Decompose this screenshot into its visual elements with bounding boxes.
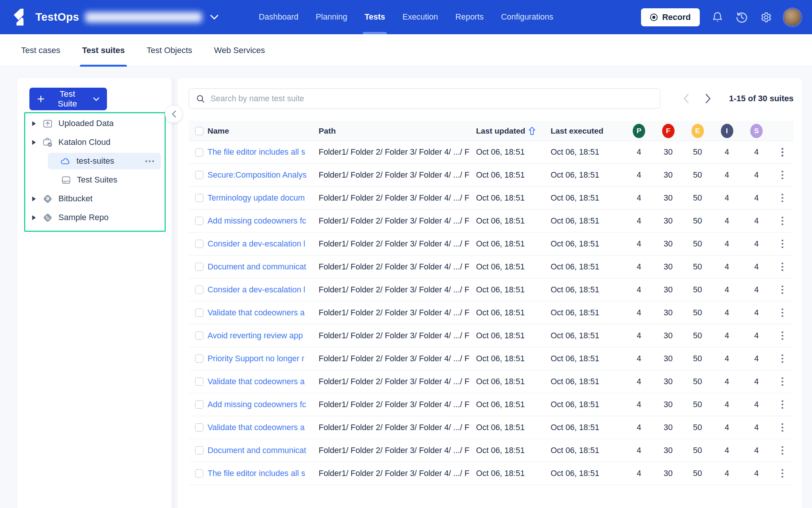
pagination-next-icon[interactable] — [705, 93, 711, 104]
table-row[interactable]: Validate that codeowners a Folder1/ Fold… — [189, 370, 794, 393]
row-checkbox[interactable] — [195, 354, 203, 363]
row-checkbox[interactable] — [195, 217, 203, 225]
tab-test-suites[interactable]: Test suites — [82, 34, 125, 67]
suite-name-link[interactable]: Avoid reverting review app — [208, 331, 303, 340]
row-menu-icon[interactable] — [779, 444, 786, 457]
row-checkbox[interactable] — [195, 171, 203, 179]
caret-right-icon[interactable] — [32, 121, 37, 126]
row-menu-icon[interactable] — [779, 306, 786, 319]
table-row[interactable]: Document and communicat Folder1/ Folder … — [189, 256, 794, 278]
row-menu-icon[interactable] — [779, 352, 786, 365]
row-menu-icon[interactable] — [779, 329, 786, 342]
caret-right-icon[interactable] — [32, 196, 37, 202]
row-checkbox[interactable] — [195, 377, 203, 386]
suite-name-link[interactable]: The file editor includes all s — [208, 148, 305, 157]
suite-name-link[interactable]: Validate that codeowners a — [208, 423, 305, 432]
row-checkbox[interactable] — [195, 148, 203, 157]
nav-configurations[interactable]: Configurations — [501, 0, 553, 34]
table-row[interactable]: Document and communicat Folder1/ Folder … — [189, 439, 794, 462]
nav-planning[interactable]: Planning — [316, 0, 347, 34]
row-menu-icon[interactable] — [779, 192, 786, 205]
row-menu-icon[interactable] — [779, 375, 786, 388]
table-row[interactable]: Validate that codeowners a Folder1/ Fold… — [189, 301, 794, 324]
tree-item-katalon-cloud[interactable]: Katalon Cloud — [25, 133, 165, 152]
row-checkbox[interactable] — [195, 309, 203, 317]
suite-name-link[interactable]: Secure:Composition Analys — [208, 170, 307, 179]
sort-ascending-icon[interactable] — [528, 126, 536, 135]
suite-name-link[interactable]: Document and communicat — [208, 446, 306, 455]
tab-test-objects[interactable]: Test Objects — [147, 34, 192, 67]
row-menu-icon[interactable] — [779, 146, 786, 159]
table-row[interactable]: The file editor includes all s Folder1/ … — [189, 141, 794, 164]
row-checkbox[interactable] — [195, 240, 203, 248]
nav-execution[interactable]: Execution — [403, 0, 438, 34]
column-name[interactable]: Name — [208, 126, 319, 135]
tab-test-cases[interactable]: Test cases — [21, 34, 60, 67]
tree-item-test-suites[interactable]: Test Suites — [25, 170, 165, 189]
row-checkbox[interactable] — [195, 194, 203, 202]
caret-right-icon[interactable] — [32, 215, 37, 221]
row-menu-icon[interactable] — [779, 169, 786, 182]
search-input[interactable] — [211, 94, 653, 103]
row-menu-icon[interactable] — [779, 467, 786, 480]
user-avatar[interactable] — [783, 8, 801, 26]
table-row[interactable]: Add missing codeowners fc Folder1/ Folde… — [189, 393, 794, 416]
table-row[interactable]: Priority Support no longer r Folder1/ Fo… — [189, 347, 794, 370]
suite-name-link[interactable]: Consider a dev-escalation l — [208, 285, 305, 294]
row-menu-icon[interactable] — [779, 260, 786, 274]
row-menu-icon[interactable] — [779, 283, 786, 297]
notifications-bell-icon[interactable] — [711, 11, 724, 24]
row-menu-icon[interactable] — [779, 421, 786, 434]
suite-name-link[interactable]: Add missing codeowners fc — [208, 400, 306, 409]
suite-name-link[interactable]: Validate that codeowners a — [208, 377, 305, 386]
table-row[interactable]: Secure:Composition Analys Folder1/ Folde… — [189, 164, 794, 187]
suite-name-link[interactable]: Terminology update docum — [208, 193, 305, 202]
nav-reports[interactable]: Reports — [455, 0, 484, 34]
suite-name-link[interactable]: Document and communicat — [208, 262, 306, 271]
tree-item-test-suites-folder[interactable]: test-suites — [48, 153, 161, 169]
project-chevron-down-icon[interactable] — [210, 15, 218, 20]
table-row[interactable]: Add missing codeowners fc Folder1/ Folde… — [189, 210, 794, 233]
tree-item-bitbucket[interactable]: Bitbucket — [25, 189, 165, 208]
suite-name-link[interactable]: The file editor includes all s — [208, 469, 305, 478]
row-checkbox[interactable] — [195, 400, 203, 409]
column-path[interactable]: Path — [319, 126, 476, 135]
row-checkbox[interactable] — [195, 332, 203, 340]
column-last-executed[interactable]: Last executed — [551, 126, 624, 135]
row-menu-icon[interactable] — [779, 398, 786, 411]
sidebar-collapse-button[interactable] — [165, 105, 182, 123]
suite-name-link[interactable]: Validate that codeowners a — [208, 308, 305, 317]
row-checkbox[interactable] — [195, 286, 203, 294]
caret-right-icon[interactable] — [32, 140, 37, 145]
select-all-checkbox[interactable] — [195, 127, 203, 135]
project-name-blurred[interactable] — [85, 12, 202, 23]
table-row[interactable]: Consider a dev-escalation l Folder1/ Fol… — [189, 233, 794, 256]
new-test-suite-button[interactable]: Test Suite — [29, 88, 107, 110]
column-last-updated[interactable]: Last updated — [476, 126, 551, 135]
history-icon[interactable] — [735, 11, 748, 24]
nav-tests[interactable]: Tests — [365, 0, 385, 34]
tab-web-services[interactable]: Web Services — [214, 34, 265, 67]
suite-name-link[interactable]: Consider a dev-escalation l — [208, 239, 305, 248]
row-checkbox[interactable] — [195, 469, 203, 478]
table-row[interactable]: Validate that codeowners a Folder1/ Fold… — [189, 416, 794, 439]
row-checkbox[interactable] — [195, 263, 203, 271]
table-row[interactable]: Avoid reverting review app Folder1/ Fold… — [189, 324, 794, 347]
suite-name-link[interactable]: Add missing codeowners fc — [208, 216, 306, 225]
pagination-prev-icon[interactable] — [683, 93, 689, 104]
tree-item-menu-icon[interactable] — [145, 160, 154, 162]
table-row[interactable]: The file editor includes all s Folder1/ … — [189, 462, 794, 485]
tree-item-uploaded-data[interactable]: Uploaded Data — [25, 114, 165, 133]
sidebar-divider[interactable] — [173, 78, 174, 508]
row-checkbox[interactable] — [195, 446, 203, 455]
row-checkbox[interactable] — [195, 423, 203, 432]
row-menu-icon[interactable] — [779, 214, 786, 228]
settings-gear-icon[interactable] — [759, 11, 772, 24]
table-row[interactable]: Consider a dev-escalation l Folder1/ Fol… — [189, 278, 794, 301]
row-menu-icon[interactable] — [779, 237, 786, 251]
suite-name-link[interactable]: Priority Support no longer r — [208, 354, 304, 363]
nav-dashboard[interactable]: Dashboard — [259, 0, 298, 34]
table-row[interactable]: Terminology update docum Folder1/ Folder… — [189, 187, 794, 210]
record-button[interactable]: Record — [641, 8, 700, 26]
tree-item-sample-repo[interactable]: Sample Repo — [25, 208, 165, 227]
